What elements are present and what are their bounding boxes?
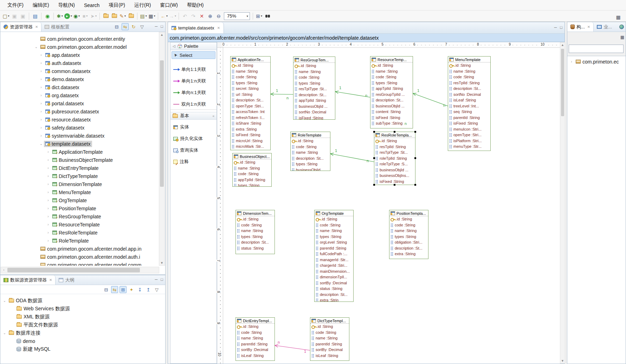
datasource-row--mysql[interactable]: 新建 MySQL — [0, 345, 165, 353]
menu-item-Search[interactable]: Search — [79, 1, 104, 10]
chevron-collapsed-icon[interactable]: › — [569, 60, 574, 64]
import-config-icon[interactable]: ↧ — [136, 286, 143, 293]
datasource-row--[interactable]: 平面文件数据源 — [0, 321, 165, 329]
editor-tab-template-datasetx[interactable]: template.datasetx ✕ — [168, 22, 224, 33]
scrollbar-thumb[interactable] — [561, 49, 564, 116]
debug-button[interactable]: ✱▾ — [56, 12, 64, 20]
chevron-collapsed-icon[interactable]: › — [45, 190, 51, 194]
palette-item-查询实体[interactable]: 查询实体 — [172, 146, 215, 155]
chevron-collapsed-icon[interactable]: › — [38, 134, 44, 138]
entity-BusinessObject[interactable]: BusinessObject...id :Stringname :Stringc… — [232, 153, 272, 187]
explorer-row-pubresource-datasetx[interactable]: ›pubresource.datasetx — [0, 107, 159, 115]
datasource-row-demo[interactable]: demo — [0, 337, 165, 345]
minimize-icon[interactable]: ─ — [155, 24, 158, 28]
explorer-row-orgtemplate[interactable]: ›OrgTemplate — [0, 196, 159, 204]
chevron-collapsed-icon[interactable]: › — [45, 182, 51, 186]
forward-button[interactable]: →▾ — [169, 12, 176, 20]
chevron-collapsed-icon[interactable]: › — [38, 61, 44, 65]
explorer-row-businessobjecttemplate[interactable]: ›BusinessObjectTemplate — [0, 156, 159, 164]
explorer-row-portal-datasetx[interactable]: ›portal.datasetx — [0, 99, 159, 107]
selection-handle[interactable] — [373, 184, 375, 186]
delete-button[interactable]: ✕ — [198, 12, 206, 20]
entity-OrgTemplate[interactable]: OrgTemplateid :Stringcode :Stringname :S… — [314, 210, 354, 302]
run-history-button[interactable]: ➤▾ — [90, 12, 97, 20]
chevron-collapsed-icon[interactable]: › — [38, 126, 44, 130]
selection-handle[interactable] — [394, 131, 395, 133]
entity-RoleTemplate[interactable]: RoleTemplateid :Stringcode :Stringname :… — [290, 132, 330, 171]
zoom-in-button[interactable]: ⊕ — [206, 12, 214, 20]
open-archive-button[interactable] — [127, 12, 135, 20]
explorer-row-demo-datasetx[interactable]: ›demo.datasetx — [0, 75, 159, 83]
tree-mode-icon[interactable]: ⊞ — [120, 286, 127, 293]
editor-vscrollbar[interactable]: ▲ ▼ — [560, 42, 565, 364]
chevron-collapsed-icon[interactable]: › — [38, 118, 44, 121]
view-menu-icon[interactable]: ▽ — [138, 23, 146, 30]
right-row-com-primeton-ec[interactable]: ›com.primeton.ec — [567, 58, 626, 66]
entity-DictEntryTempl[interactable]: DictEntryTempl...id :Stringcode :Stringn… — [235, 317, 275, 361]
chevron-collapsed-icon[interactable]: › — [45, 214, 51, 218]
stop-button[interactable]: ■▾ — [81, 12, 89, 20]
tasks-button[interactable]: ▤▾ — [140, 12, 147, 20]
menu-item-运行(R)[interactable]: 运行(R) — [130, 0, 155, 10]
selection-handle[interactable] — [414, 157, 416, 159]
perspective-button[interactable]: ▦ — [614, 13, 622, 21]
menu-item-项目(P)[interactable]: 项目(P) — [104, 0, 130, 10]
palette-tool-单向n:1关联[interactable]: 单向n:1关联 — [172, 88, 215, 97]
entity-DictTypeTempl[interactable]: DictTypeTempl...id :Stringcode :Stringna… — [310, 317, 349, 361]
tab-outline[interactable]: 大纲 — [56, 275, 77, 285]
collapse-all-icon[interactable]: ⊟ — [113, 23, 120, 30]
collapse-group-icon[interactable]: « — [212, 114, 214, 118]
entity-MenuTemplate[interactable]: MenuTemplateid :Stringname :Stringcode :… — [448, 56, 491, 151]
chevron-collapsed-icon[interactable]: › — [45, 150, 51, 154]
open-resource-button[interactable] — [102, 12, 110, 20]
explorer-row-resroletemplate[interactable]: ›ResRoleTemplate — [0, 229, 159, 237]
selection-handle[interactable] — [414, 184, 416, 186]
new-button[interactable]: ▢▾ — [2, 12, 10, 20]
explorer-row-dictentrytemplate[interactable]: ›DictEntryTemplate — [0, 164, 159, 172]
collapse-all-icon[interactable]: ⊟ — [103, 286, 110, 293]
entity-ResourceTemp[interactable]: ResourceTemp...id :Stringname :Stringcod… — [370, 56, 413, 128]
chevron-collapsed-icon[interactable]: › — [45, 166, 51, 170]
undo-button[interactable]: ↶ — [181, 12, 189, 20]
close-icon[interactable]: ✕ — [35, 25, 38, 29]
diagram-canvas[interactable]: ApplicationTe...id :Stringname :Stringco… — [223, 48, 560, 364]
explorer-row-menutemplate[interactable]: ›MenuTemplate — [0, 188, 159, 196]
type-hierarchy-button[interactable]: ▦▾ — [148, 12, 156, 20]
entity-ResRoleTempla[interactable]: ResRoleTempla...id :StringresTplId :Stri… — [374, 132, 415, 185]
entity-ResGroupTem[interactable]: ResGroupTem...id :Stringname :Stringcode… — [293, 57, 335, 120]
entity-ApplicationTe[interactable]: ApplicationTe...id :Stringname :Stringco… — [230, 56, 271, 150]
palette-tool-双向1:n关联[interactable]: 双向1:n关联 — [172, 100, 215, 109]
search-button[interactable] — [264, 12, 271, 20]
explorer-row-auth-datasetx[interactable]: ›auth.datasetx — [0, 59, 159, 67]
scroll-down-icon[interactable]: ▼ — [159, 260, 164, 265]
minimize-icon[interactable]: ─ — [554, 25, 557, 29]
scroll-up-icon[interactable]: ▲ — [159, 32, 164, 37]
chevron-collapsed-icon[interactable]: › — [38, 93, 44, 97]
explorer-row-systemvariable-datasetx[interactable]: ›systemvariable.datasetx — [0, 132, 159, 140]
explorer-row-app-datasetx[interactable]: ›app.datasetx — [0, 51, 159, 59]
explorer-row-template-datasetx[interactable]: ⌄template.datasetx — [0, 140, 159, 148]
palette-tool-select[interactable]: ➤ Select — [172, 51, 215, 59]
tab-business[interactable]: 业... — [594, 22, 615, 32]
chevron-expanded-icon[interactable]: ⌄ — [38, 142, 44, 146]
refresh-icon[interactable]: ↻ — [130, 23, 137, 30]
explorer-vscrollbar[interactable]: ▲ ▼ — [159, 32, 165, 266]
datasource-row-oda-[interactable]: ⌄ODA 数据源 — [0, 297, 165, 305]
tab-template-config[interactable]: 模板配置 — [41, 22, 72, 32]
globe-icon[interactable] — [619, 25, 624, 30]
open-folder-button[interactable] — [110, 12, 118, 20]
minimize-icon[interactable]: ─ — [155, 277, 158, 282]
menu-item-窗口(W)[interactable]: 窗口(W) — [155, 0, 182, 10]
explorer-row-dimensiontemplate[interactable]: ›DimensionTemplate — [0, 180, 159, 188]
datasource-row--[interactable]: ⌄数据库连接 — [0, 329, 165, 337]
explorer-row-org-datasetx[interactable]: ›org.datasetx — [0, 91, 159, 99]
selection-handle[interactable] — [373, 131, 375, 133]
entity-DimensionTem[interactable]: DimensionTem...id :Stringcode :Stringnam… — [235, 210, 275, 254]
explorer-row-com-primeton-gocom-afcenter-entity[interactable]: com.primeton.gocom.afcenter.entity — [0, 35, 159, 43]
redo-button[interactable]: ↷ — [189, 12, 197, 20]
start-server-button[interactable]: ◉ — [44, 12, 51, 20]
maximize-icon[interactable]: □ — [560, 25, 562, 29]
entity-PositionTempla[interactable]: PositionTempla...id :Stringcode :Stringn… — [389, 210, 428, 259]
chevron-collapsed-icon[interactable]: › — [45, 198, 51, 202]
selection-handle[interactable] — [414, 131, 416, 133]
